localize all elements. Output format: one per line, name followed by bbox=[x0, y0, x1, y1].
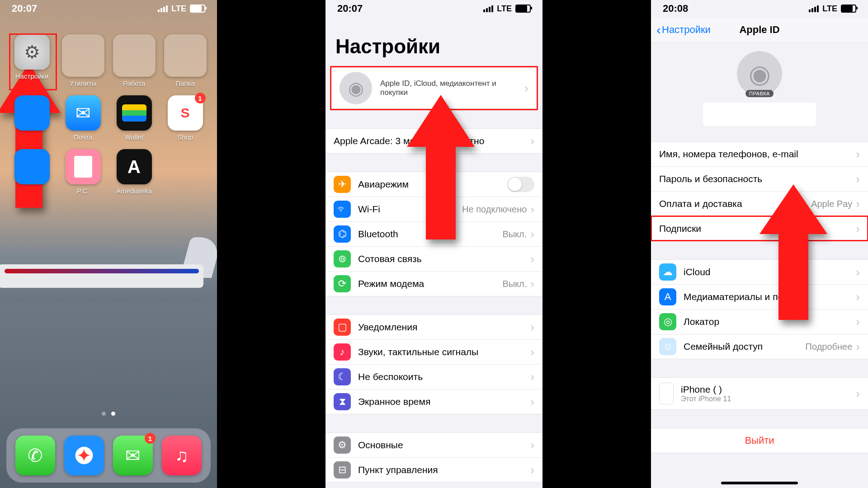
chevron-right-icon: › bbox=[856, 290, 860, 304]
row-value: Apple Pay bbox=[811, 199, 852, 209]
row-icon: ▢ bbox=[334, 319, 351, 336]
back-button[interactable]: ‹Настройки bbox=[656, 22, 711, 38]
row-wi-fi[interactable]: ᯤWi-FiНе подключено› bbox=[326, 197, 542, 221]
row-авиарежим[interactable]: ✈Авиарежим bbox=[326, 172, 542, 197]
edit-avatar-button[interactable]: ПРАВКА bbox=[745, 90, 774, 97]
row-apple-id[interactable]: ◉ Apple ID, iCloud, медиаконтент и покуп… bbox=[331, 68, 537, 108]
chevron-right-icon: › bbox=[856, 387, 860, 401]
row-icon: ⚙ bbox=[334, 436, 351, 454]
home-apps-grid: ⚙Настройки Утилиты Работа Папка ✉Почта W… bbox=[0, 34, 217, 195]
row-label: Не беспокоить bbox=[358, 371, 530, 382]
row-label: Имя, номера телефонов, e-mail bbox=[659, 149, 856, 160]
folder-work[interactable]: Работа bbox=[111, 34, 157, 87]
row-icon: ◎ bbox=[659, 313, 676, 330]
row-value: Не подключено bbox=[462, 204, 527, 215]
signal-icon bbox=[483, 5, 493, 12]
battery-icon bbox=[515, 5, 531, 13]
signal-icon bbox=[809, 5, 819, 12]
row-не-беспокоить[interactable]: ☾Не беспокоить› bbox=[326, 364, 542, 389]
row-label: Уведомления bbox=[358, 322, 530, 333]
battery-icon bbox=[190, 5, 205, 13]
chevron-right-icon: › bbox=[530, 227, 534, 241]
row-label: Режим модема bbox=[358, 278, 502, 289]
row-семейный-доступ[interactable]: ☺Семейный доступПодробнее› bbox=[651, 334, 868, 359]
shop-icon: S1 bbox=[168, 95, 203, 131]
row-apple-arcade[interactable]: Apple Arcade: 3 месяца бесплатно › bbox=[326, 129, 542, 153]
folder-utilities[interactable]: Утилиты bbox=[60, 34, 106, 87]
row-медиаматериалы-и-покупки[interactable]: AМедиаматериалы и покупки› bbox=[651, 284, 868, 309]
highlight-apple-id-row: ◉ Apple ID, iCloud, медиаконтент и покуп… bbox=[330, 66, 538, 110]
status-time: 20:08 bbox=[663, 3, 688, 14]
row-icon: ⌬ bbox=[334, 225, 351, 243]
row-icon: ✈ bbox=[334, 176, 351, 193]
chevron-right-icon: › bbox=[530, 252, 534, 266]
phone-apple-id-screen: 20:08 LTE ‹Настройки Apple ID ◉ПРАВКА Им… bbox=[651, 0, 868, 488]
pc-icon bbox=[66, 149, 101, 184]
chevron-right-icon: › bbox=[856, 315, 860, 329]
avatar-icon[interactable]: ◉ПРАВКА bbox=[737, 51, 782, 96]
row-пароль-и-безопасность[interactable]: Пароль и безопасность› bbox=[651, 166, 868, 191]
row-оплата-и-доставка[interactable]: Оплата и доставкаApple Pay› bbox=[651, 191, 868, 216]
app-shop[interactable]: S1Shop bbox=[162, 95, 208, 141]
wallpaper-airplane bbox=[0, 235, 217, 298]
row-режим-модема[interactable]: ⟳Режим модемаВыкл.› bbox=[326, 271, 542, 296]
home-indicator[interactable] bbox=[721, 482, 798, 484]
dock-music[interactable]: ♫ bbox=[162, 436, 202, 475]
chevron-right-icon: › bbox=[856, 222, 860, 236]
row-icon: ⧗ bbox=[334, 393, 351, 410]
row-bluetooth[interactable]: ⌬BluetoothВыкл.› bbox=[326, 221, 542, 246]
status-time: 20:07 bbox=[12, 3, 37, 14]
dock-phone[interactable]: ✆ bbox=[15, 436, 55, 475]
status-time: 20:07 bbox=[337, 3, 363, 14]
row-пункт-управления[interactable]: ⊟Пункт управления› bbox=[326, 457, 542, 482]
profile-header: ◉ПРАВКА bbox=[651, 43, 868, 131]
chevron-right-icon: › bbox=[530, 202, 534, 216]
row-label: Авиарежим bbox=[358, 179, 507, 190]
chevron-right-icon: › bbox=[530, 277, 534, 291]
app-mail[interactable]: ✉Почта bbox=[60, 95, 106, 141]
row-icon: ⊟ bbox=[334, 461, 351, 479]
dock-messages[interactable]: ✉1 bbox=[113, 436, 153, 475]
chevron-right-icon: › bbox=[856, 197, 860, 211]
row-основные[interactable]: ⚙Основные› bbox=[326, 433, 542, 457]
iphone-device-icon bbox=[659, 383, 674, 404]
row-экранное-время[interactable]: ⧗Экранное время› bbox=[326, 389, 542, 414]
gear-icon: ⚙ bbox=[24, 42, 40, 62]
app-settings[interactable]: ⚙Настройки bbox=[9, 34, 55, 87]
folder-papka[interactable]: Папка bbox=[162, 34, 208, 87]
chevron-right-icon: › bbox=[530, 134, 534, 148]
row-icon: ⊚ bbox=[334, 250, 351, 267]
signal-icon bbox=[158, 5, 168, 12]
app-unknown-blue-1[interactable] bbox=[9, 95, 55, 141]
row-локатор[interactable]: ◎Локатор› bbox=[651, 309, 868, 334]
chevron-right-icon: › bbox=[856, 147, 860, 161]
chevron-left-icon: ‹ bbox=[656, 22, 661, 38]
app-pc[interactable]: P.C. bbox=[60, 149, 106, 195]
sign-out-button[interactable]: Выйти bbox=[651, 428, 868, 453]
row-value: Выкл. bbox=[502, 229, 527, 239]
row-звуки-тактильные-сигналы[interactable]: ♪Звуки, тактильные сигналы› bbox=[326, 339, 542, 364]
app-wallet[interactable]: Wallet bbox=[111, 95, 157, 141]
row-label: Bluetooth bbox=[358, 229, 502, 239]
chevron-right-icon: › bbox=[530, 345, 534, 359]
chevron-right-icon: › bbox=[530, 463, 534, 477]
battery-icon bbox=[841, 5, 856, 13]
app-amediateka[interactable]: AAmediateka bbox=[111, 149, 157, 195]
row-уведомления[interactable]: ▢Уведомления› bbox=[326, 315, 542, 339]
toggle-switch[interactable] bbox=[507, 177, 534, 192]
chevron-right-icon: › bbox=[856, 172, 860, 186]
row-icon: ᯤ bbox=[334, 201, 351, 218]
row-label: Локатор bbox=[684, 316, 856, 327]
dock-safari[interactable]: ✦ bbox=[64, 436, 104, 475]
row-device-iphone[interactable]: iPhone ( ) Этот iPhone 11 › bbox=[651, 378, 868, 409]
row-подписки[interactable]: Подписки› bbox=[651, 216, 868, 241]
chevron-right-icon: › bbox=[530, 370, 534, 384]
status-bar: 20:07 LTE bbox=[326, 0, 542, 17]
app-unknown-blue-2[interactable] bbox=[9, 149, 55, 195]
row-icloud[interactable]: ☁iCloud› bbox=[651, 260, 868, 284]
status-bar: 20:07 LTE bbox=[0, 0, 217, 17]
row-label: Звуки, тактильные сигналы bbox=[358, 347, 530, 357]
row-сотовая-связь[interactable]: ⊚Сотовая связь› bbox=[326, 246, 542, 271]
row-имя-номера-телефонов-e-mail[interactable]: Имя, номера телефонов, e-mail› bbox=[651, 142, 868, 166]
page-dots[interactable] bbox=[0, 412, 217, 416]
